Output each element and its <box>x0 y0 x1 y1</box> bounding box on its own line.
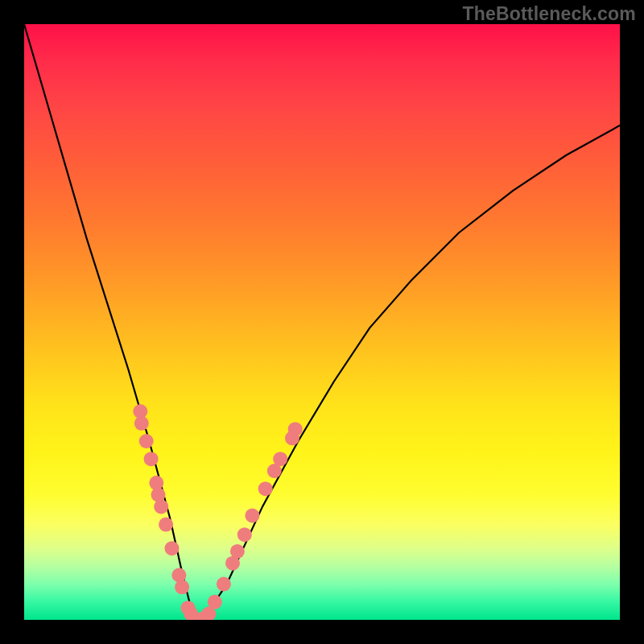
curve-marker <box>175 580 189 594</box>
curve-marker <box>288 422 303 436</box>
curve-marker <box>273 452 287 466</box>
bottleneck-curve <box>24 24 620 620</box>
curve-marker <box>237 527 252 542</box>
chart-svg <box>24 24 620 620</box>
chart-container: TheBottleneck.com <box>0 0 644 644</box>
curve-marker <box>245 509 259 523</box>
plot-area <box>24 24 620 620</box>
curve-marker <box>217 577 231 592</box>
curve-marker <box>208 595 222 609</box>
curve-group <box>24 24 620 620</box>
curve-marker <box>144 452 159 466</box>
curve-marker <box>230 544 245 559</box>
curve-marker <box>139 434 154 448</box>
curve-marker <box>134 416 149 431</box>
curve-marker <box>165 541 180 555</box>
curve-marker <box>258 481 273 496</box>
markers-group <box>133 404 302 620</box>
watermark-text: TheBottleneck.com <box>462 3 636 25</box>
curve-marker <box>154 499 168 514</box>
curve-marker <box>159 518 173 532</box>
